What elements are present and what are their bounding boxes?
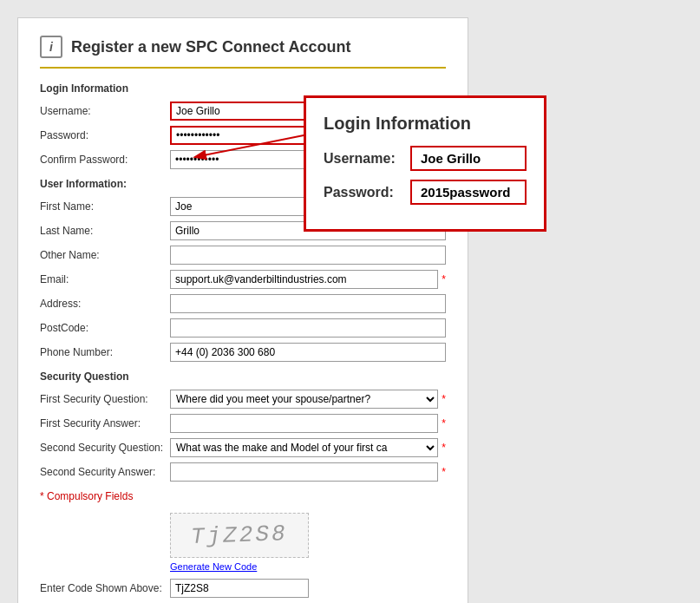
- email-label: Email:: [40, 273, 170, 285]
- login-info-section-label: Login Information: [40, 82, 446, 95]
- popup-password-value: 2015password: [410, 180, 527, 205]
- captcha-image: TjZ2S8: [170, 513, 309, 558]
- security-section-label: Security Question: [40, 370, 446, 383]
- generate-new-code-link[interactable]: Generate New Code: [170, 561, 446, 572]
- email-input[interactable]: [170, 270, 438, 289]
- phone-row: Phone Number:: [40, 343, 446, 362]
- a2-row: Second Security Answer: *: [40, 462, 446, 482]
- popup-username-row: Username: Joe Grillo: [324, 146, 527, 171]
- phone-label: Phone Number:: [40, 346, 170, 358]
- q2-select[interactable]: What was the make and Model of your firs…: [170, 438, 438, 457]
- captcha-input-row: Enter Code Shown Above:: [40, 579, 446, 598]
- a2-label: Second Security Answer:: [40, 466, 170, 478]
- first-name-label: First Name:: [40, 200, 170, 213]
- other-name-label: Other Name:: [40, 249, 170, 261]
- a1-required: *: [442, 417, 446, 429]
- compulsory-fields-text: * Compulsory Fields: [40, 490, 446, 502]
- username-label: Username:: [40, 105, 170, 117]
- postcode-input[interactable]: [170, 318, 446, 338]
- q2-row: Second Security Question: What was the m…: [40, 438, 446, 457]
- q2-label: Second Security Question:: [40, 442, 170, 454]
- address-label: Address:: [40, 298, 170, 310]
- address-input[interactable]: [170, 294, 446, 313]
- q1-select[interactable]: Where did you meet your spouse/partner?: [170, 390, 438, 409]
- a1-row: First Security Answer: *: [40, 414, 446, 433]
- captcha-input-label: Enter Code Shown Above:: [40, 582, 170, 594]
- postcode-row: PostCode:: [40, 318, 446, 338]
- captcha-display: TjZ2S8: [191, 521, 289, 550]
- form-title: Register a new SPC Connect Account: [71, 38, 350, 56]
- login-info-popup: Login Information Username: Joe Grillo P…: [304, 95, 546, 232]
- q1-row: First Security Question: Where did you m…: [40, 390, 446, 409]
- q2-required: *: [442, 442, 446, 454]
- address-row: Address:: [40, 294, 446, 313]
- email-required: *: [442, 273, 446, 285]
- popup-title: Login Information: [324, 114, 527, 134]
- popup-username-value: Joe Grillo: [410, 146, 527, 171]
- popup-username-label: Username:: [324, 151, 410, 167]
- a1-input[interactable]: [170, 414, 438, 433]
- postcode-label: PostCode:: [40, 322, 170, 334]
- q1-label: First Security Question:: [40, 393, 170, 405]
- a1-label: First Security Answer:: [40, 417, 170, 429]
- password-label: Password:: [40, 129, 170, 141]
- other-name-row: Other Name:: [40, 246, 446, 265]
- a2-input[interactable]: [170, 462, 438, 482]
- last-name-label: Last Name:: [40, 225, 170, 237]
- popup-password-row: Password: 2015password: [324, 180, 527, 205]
- info-icon: i: [40, 36, 62, 58]
- confirm-password-label: Confirm Password:: [40, 154, 170, 166]
- other-name-input[interactable]: [170, 246, 446, 265]
- popup-password-label: Password:: [324, 185, 410, 200]
- email-row: Email: *: [40, 270, 446, 289]
- form-title-row: i Register a new SPC Connect Account: [40, 36, 446, 69]
- phone-input[interactable]: [170, 343, 446, 362]
- a2-required: *: [442, 466, 446, 478]
- page-wrapper: i Register a new SPC Connect Account Log…: [0, 0, 700, 603]
- q1-required: *: [442, 393, 446, 405]
- captcha-input[interactable]: [170, 579, 309, 598]
